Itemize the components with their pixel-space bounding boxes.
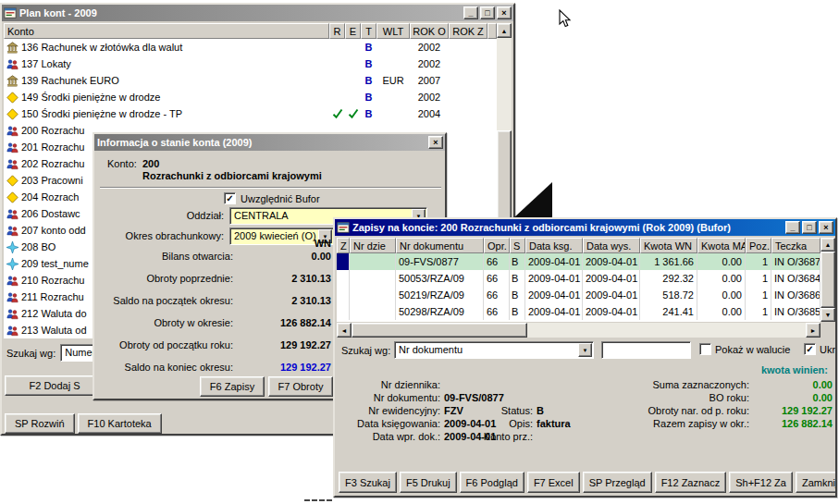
dashed-artifact [304,499,332,501]
column-header[interactable]: Teczka [771,238,820,253]
column-header[interactable]: Opr. [484,238,510,253]
search-input[interactable] [601,341,691,359]
column-header[interactable]: Kwota MA [697,238,746,253]
z-cell [337,270,350,287]
account-label: 209 test_nume [21,258,89,269]
chevron-down-icon[interactable]: ▼ [578,343,592,357]
entry-status-fields: Status: B Opis: faktura Konto prz.: [451,404,571,443]
column-header[interactable]: Data wys. [583,238,640,253]
column-header[interactable]: WLT [376,23,410,39]
column-header[interactable]: ROK O [410,23,449,39]
account-row[interactable]: 149 Środki pieniężne w drodze B 2002 [4,89,497,105]
column-header[interactable]: E [345,23,361,39]
column-header[interactable]: S [510,238,525,253]
balance-label: Saldo na początek okresu: [102,295,233,306]
scroll-up-arrow-icon[interactable]: ▲ [820,238,835,252]
e-flag [345,55,361,72]
account-row[interactable]: 137 Lokaty B 2002 [4,55,497,72]
field-label: Razem zapisy w okr.: [564,418,749,429]
f2-dodaj-button[interactable]: F2 Dodaj S [5,375,105,396]
account-balance-rows: Bilans otwarcia: 0.00 Obroty poprzednie:… [102,245,333,378]
r-flag [329,55,345,72]
account-row[interactable]: 150 Środki pieniężne w drodze - TP B 200… [4,105,497,122]
maximize-button[interactable]: □ [480,6,495,19]
column-header[interactable]: Data ksg. [525,238,583,253]
sp-rozwin-button[interactable]: SP Rozwiń [5,413,75,434]
account-row[interactable]: 139 Rachunek EURO B EUR 2007 [4,72,497,89]
zapisy-window: Zapisy na koncie: 200 Rozrachunki z odbi… [333,217,837,498]
sh-f12-zaznacz-button[interactable]: Sh+F12 Za [729,472,793,493]
z-cell [337,303,350,320]
uwzglednic-bufor-checkbox[interactable]: Uwzględnić Bufor [224,192,320,204]
people-icon [6,58,19,70]
wlt-value [376,39,410,55]
minimize-button[interactable]: _ [785,221,800,234]
scroll-down-arrow-icon[interactable]: ▼ [820,308,835,322]
entry-row[interactable]: 50053/RZA/09 66 B 2009-04-01 2009-04-01 … [337,270,820,287]
field-value: 0.00 [749,392,833,403]
entry-row[interactable]: 50219/RZA/09 66 B 2009-04-01 2009-04-01 … [337,287,820,303]
f6-zapisy-button[interactable]: F6 Zapisy [200,376,265,397]
scrollbar-thumb[interactable] [820,252,835,308]
column-header[interactable]: Z [337,238,350,253]
account-label: 210 Rozrachu [21,275,85,286]
column-header[interactable]: R [329,23,345,39]
column-header[interactable]: ROK Z [449,23,487,39]
nr-dokumentu-cell: 50298/RZA/09 [396,303,484,320]
scroll-right-arrow-icon[interactable]: ► [806,323,820,338]
scroll-up-arrow-icon[interactable]: ▲ [497,23,512,38]
konto-name: Rozrachunki z odbiorcami krajowymi [142,170,322,181]
f7-excel-button[interactable]: F7 Excel [527,472,580,493]
f5-drukuj-button[interactable]: F5 Drukuj [400,472,457,493]
opr-cell: 66 [484,270,510,287]
people-icon [6,325,19,337]
pokaz-w-walucie-checkbox[interactable]: Pokaż w walucie [699,343,790,355]
entry-row[interactable]: 50298/RZA/09 66 B 2009-04-01 2009-04-01 … [337,303,820,320]
close-button[interactable]: × [819,221,833,234]
account-row[interactable]: 136 Rachunek w złotówka dla walut B 2002 [4,39,497,55]
t-flag: B [361,55,376,72]
scrollbar-thumb[interactable] [352,323,527,338]
f12-zaznacz-button[interactable]: F12 Zaznacz [655,472,727,493]
column-header[interactable]: Nr dzie [350,238,396,253]
ukryj-checkbox[interactable]: Ukry [804,343,837,355]
balance-value: 2 310.13 [233,273,331,284]
diamond-yellow-icon [6,108,19,120]
minimize-button[interactable]: _ [463,6,478,19]
column-header[interactable]: Kwota WN [640,238,697,253]
close-button[interactable]: × [428,136,443,149]
zamknij-button[interactable]: Zamknij [796,472,837,493]
column-header[interactable]: T [361,23,376,39]
f6-podglad-button[interactable]: F6 Podgląd [460,472,524,493]
kwota-wn-cell: 518.72 [640,287,697,303]
close-button[interactable]: × [497,6,512,19]
zapisy-titlebar[interactable]: Zapisy na koncie: 200 Rozrachunki z odbi… [335,219,835,236]
plan-kont-titlebar[interactable]: Plan kont - 2009 _ □ × [2,5,513,21]
field-value: 129 192.27 [749,405,833,416]
column-header[interactable]: Konto [4,23,329,39]
f10-kartoteka-button[interactable]: F10 Kartoteka [78,413,162,434]
account-label: 136 Rachunek w złotówka dla walut [21,42,182,53]
column-header[interactable]: Poz. [746,238,771,253]
detail-field: Status: B [451,404,571,417]
balance-label: Bilans otwarcia: [102,251,233,262]
scrollbar-track[interactable] [527,323,806,338]
selected-option: Numer [65,347,95,358]
field-label: Nr dziennika: [339,379,440,390]
f7-obroty-button[interactable]: F7 Obroty [268,376,333,397]
entry-row[interactable]: 09-FVS/0877 66 B 2009-04-01 2009-04-01 1… [337,253,820,270]
balance-label: Obroty od początku roku: [102,339,233,350]
sp-przeglad-button[interactable]: SP Przegląd [583,472,652,493]
checkbox-box[interactable] [224,192,236,204]
scroll-left-arrow-icon[interactable]: ◄ [337,323,352,338]
f3-szukaj-button[interactable]: F3 Szukaj [339,472,397,493]
search-field-select[interactable]: Nr dokumentu ▼ [394,341,594,359]
column-header[interactable]: Nr dokumentu [396,238,484,253]
balance-value: 126 882.14 [233,317,331,328]
checkbox-box[interactable] [699,343,711,355]
checkbox-box[interactable] [804,343,816,355]
maximize-button[interactable]: □ [802,221,817,234]
field-label: Status: [451,405,533,416]
informacja-titlebar[interactable]: Informacja o stanie konta (2009) × [94,134,445,151]
balance-value: 129 192.27 [233,362,331,373]
